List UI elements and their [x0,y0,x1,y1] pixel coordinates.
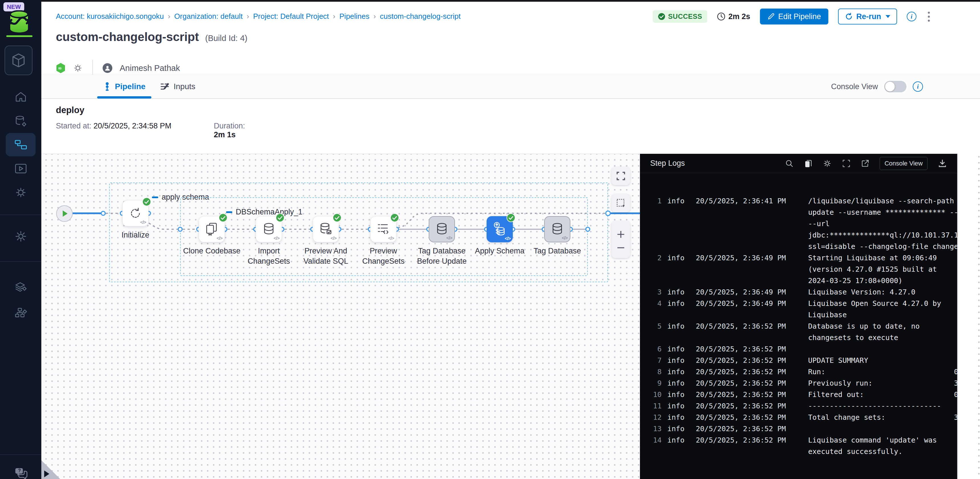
copy-icon [204,222,219,237]
inputs-tab-icon [160,82,170,91]
info-icon[interactable]: i [907,12,916,21]
pipeline-step-tag-database-before-update[interactable]: </> [429,216,455,242]
step-label: Initialize [103,230,168,240]
sidebar-divider [0,215,41,215]
canvas-zoom-controls[interactable] [611,221,630,258]
status-badge: SUCCESS [653,10,708,23]
log-level: info [667,377,690,389]
settings-gear-icon [14,230,27,243]
sidebar-item-pipelines[interactable] [6,133,36,156]
sidebar-item-executions[interactable] [0,158,41,179]
copy-icon[interactable] [804,159,812,168]
zoom-out-icon[interactable] [616,246,625,249]
info-icon[interactable]: i [913,81,923,92]
chevron-down-icon [886,15,890,18]
sidebar-item-home[interactable] [0,86,41,108]
help-chat-button[interactable]: ? [0,463,41,479]
log-message: Database is up to date, no changesets to… [808,320,957,343]
console-view-button[interactable]: Console View [880,157,928,170]
started-at-value: 20/5/2025, 2:34:58 PM [94,122,171,130]
breadcrumb-link[interactable]: Account: kurosakiichigo.songoku [56,12,164,21]
canvas-select-button[interactable] [611,194,630,212]
left-sidebar: NEW [0,0,41,479]
step-label: Clone Codebase [179,246,245,256]
hierarchy-gear-icon [14,307,27,319]
log-level: info [667,343,690,355]
log-level: info [667,423,690,435]
code-step-glyph: </> [331,236,336,241]
more-options-button[interactable] [926,10,932,23]
svg-text:∞: ∞ [58,65,62,71]
breadcrumb-link[interactable]: Pipelines [339,12,370,21]
breadcrumb-link[interactable]: custom-changelog-script [380,12,461,21]
breadcrumb-separator: › [374,12,376,21]
refresh-icon [845,13,853,21]
step-success-badge [219,213,228,222]
database-icon [550,222,565,237]
log-timestamp: 20/5/2025, 2:36:41 PM [696,195,802,207]
tab-bar: Pipeline Inputs Console View i [41,75,980,99]
sidebar-item-triggers[interactable] [0,182,41,203]
sidebar-item-environments[interactable] [0,277,41,298]
stage-name: deploy [56,105,84,115]
log-lines-container[interactable]: 1info20/5/2025, 2:36:41 PM/liquibase/liq… [640,173,957,457]
collapse-icon[interactable] [152,197,158,198]
canvas-edge-dots [978,154,980,479]
window-top-strip [41,0,980,2]
log-line-number: 2 [650,252,662,264]
log-message [808,343,957,355]
log-level: info [667,412,690,423]
canvas-fullscreen-button[interactable] [611,167,630,185]
log-entry: 3info20/5/2025, 2:36:49 PMLiquibase Vers… [650,287,957,298]
duration-label: Duration: [214,122,245,130]
sidebar-item-services[interactable] [0,303,41,324]
log-line-number: 11 [650,400,662,412]
rerun-button[interactable]: Re-run [838,8,897,24]
breadcrumb-link[interactable]: Organization: default [174,12,243,21]
log-message [808,423,957,435]
zoom-in-icon[interactable] [616,230,625,239]
open-in-new-icon[interactable] [861,159,869,168]
log-line-number: 1 [650,195,662,207]
collapse-icon[interactable] [226,211,232,213]
log-message: Liquibase Version: 4.27.0 [808,287,957,298]
tab-pipeline[interactable]: Pipeline [103,75,145,98]
app-logo[interactable] [8,10,30,35]
log-level: info [667,435,690,446]
module-selector[interactable] [5,46,32,75]
log-timestamp: 20/5/2025, 2:36:52 PM [696,389,802,400]
edit-pipeline-button[interactable]: Edit Pipeline [760,8,828,24]
log-entry: 8info20/5/2025, 2:36:52 PMRun: 0 [650,366,957,377]
executions-icon [14,163,27,174]
tab-inputs[interactable]: Inputs [160,75,195,98]
gear-icon[interactable] [73,63,83,73]
log-line-number: 9 [650,377,662,389]
log-timestamp: 20/5/2025, 2:36:52 PM [696,377,802,389]
step-label: Tag Database Before Update [409,246,475,266]
log-settings-gear-icon[interactable] [822,159,832,168]
group-label-dbschemaapply[interactable]: DBSchemaApply_1 [226,208,302,216]
log-entry: 2info20/5/2025, 2:36:49 PMStarting Liqui… [650,252,957,287]
download-icon[interactable] [938,159,947,168]
step-logs-header: Step Logs Console View [640,154,957,173]
console-view-toggle[interactable] [884,81,907,92]
code-step-glyph: </> [274,236,279,241]
log-entry: 13info20/5/2025, 2:36:52 PM [650,423,957,435]
step-success-badge [506,213,515,222]
sidebar-item-settings[interactable] [0,225,41,247]
started-at-label: Started at: [56,122,92,130]
right-edge-strip [957,154,980,479]
expand-fullscreen-icon[interactable] [842,159,851,168]
log-line-number: 12 [650,412,662,423]
breadcrumb-link[interactable]: Project: Default Project [253,12,329,21]
log-message: Total change sets: 3 [808,412,957,423]
step-success-badge [390,213,399,222]
log-entry: 12info20/5/2025, 2:36:52 PMTotal change … [650,412,957,423]
sidebar-item-database[interactable] [0,111,41,132]
execution-status-row: ∞ Animesh Pathak [56,60,180,76]
pipeline-start-node[interactable] [56,205,73,222]
pipeline-step-tag-database[interactable]: </> [544,216,570,242]
elapsed-time: 2m 2s [717,12,750,21]
log-level: info [667,287,690,298]
search-icon[interactable] [785,159,794,168]
